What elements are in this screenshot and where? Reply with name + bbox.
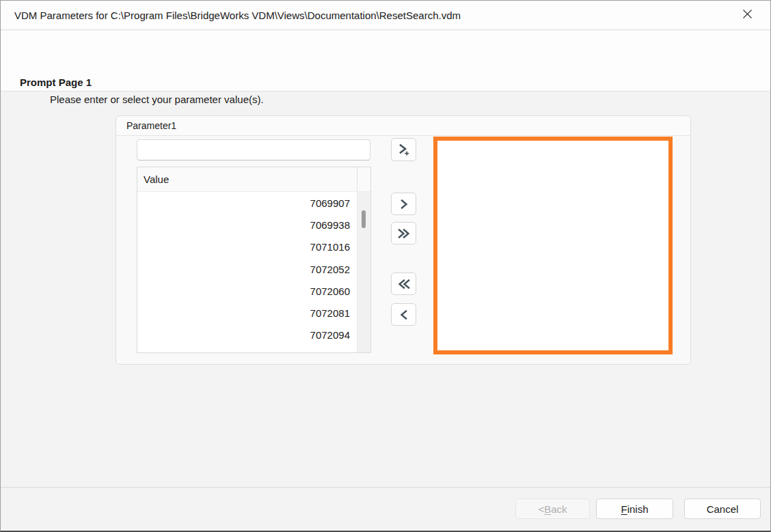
value-cell: 7072094 [310,329,350,341]
finish-button[interactable]: Finish [596,499,673,519]
list-item[interactable]: 7069938 [137,214,357,236]
cancel-button-label: Cancel [707,503,739,515]
back-button-accel: B [544,503,551,515]
list-item[interactable]: 7072241 [137,346,357,352]
chevron-double-left-icon [397,279,411,289]
page-title: Prompt Page 1 [20,76,92,88]
value-cell: 7069907 [310,197,350,209]
footer-separator [1,487,770,488]
value-column-header[interactable]: Value [137,167,370,192]
move-all-left-button[interactable] [391,272,416,295]
back-button-prefix: < [538,503,544,515]
list-item[interactable]: 7072094 [137,324,357,346]
chevron-right-icon [398,199,409,209]
groupbox-header: Parameter1 [116,116,690,136]
groupbox-label: Parameter1 [116,120,176,131]
value-cell: 7072060 [310,285,350,297]
move-all-right-button[interactable] [391,222,416,244]
close-button[interactable] [731,1,763,29]
vertical-scrollbar[interactable] [357,192,370,352]
finish-button-rest: inish [627,503,649,515]
cancel-button[interactable]: Cancel [684,499,761,519]
back-button[interactable]: < Back [515,499,590,519]
scrollbar-thumb[interactable] [362,210,366,228]
available-values-list[interactable]: Value 7069907 7069938 7071016 7072052 70… [137,167,371,353]
parameter-value-input[interactable] [137,139,370,160]
chevron-right-plus-icon [397,143,410,156]
value-cell: 7072081 [310,307,350,319]
value-cell: 7072241 [310,352,350,352]
list-item[interactable]: 7072060 [137,280,357,302]
close-icon [742,9,753,22]
value-cell: 7071016 [310,241,350,253]
list-item[interactable]: 7072081 [137,302,357,324]
page-subtitle: Please enter or select your parameter va… [50,94,264,105]
move-right-button[interactable] [391,193,416,215]
chevron-double-right-icon [397,229,411,238]
list-item[interactable]: 7071016 [137,236,357,258]
parameter1-groupbox: Parameter1 Value 7069907 7069938 7071016 [116,115,691,365]
value-column-label: Value [137,173,357,185]
list-item[interactable]: 7069907 [137,192,357,214]
value-rows: 7069907 7069938 7071016 7072052 7072060 … [137,192,357,352]
value-cell: 7069938 [310,219,350,231]
value-cell: 7072052 [310,264,350,275]
selected-values-list[interactable] [437,141,668,350]
finish-button-accel: F [621,503,627,515]
back-button-rest: ack [551,503,567,515]
prompt-page-header: Prompt Page 1 Please enter or select you… [1,31,770,92]
chevron-left-icon [398,310,409,320]
scrollbar-header-gutter [357,167,370,191]
titlebar: VDM Parameters for C:\Program Files\Brid… [1,1,770,30]
add-value-button[interactable] [391,138,416,161]
window-title: VDM Parameters for C:\Program Files\Brid… [1,10,461,21]
highlight-annotation [433,137,673,354]
move-left-button[interactable] [391,303,416,326]
vdm-parameters-dialog: VDM Parameters for C:\Program Files\Brid… [0,0,771,532]
list-item[interactable]: 7072052 [137,258,357,280]
